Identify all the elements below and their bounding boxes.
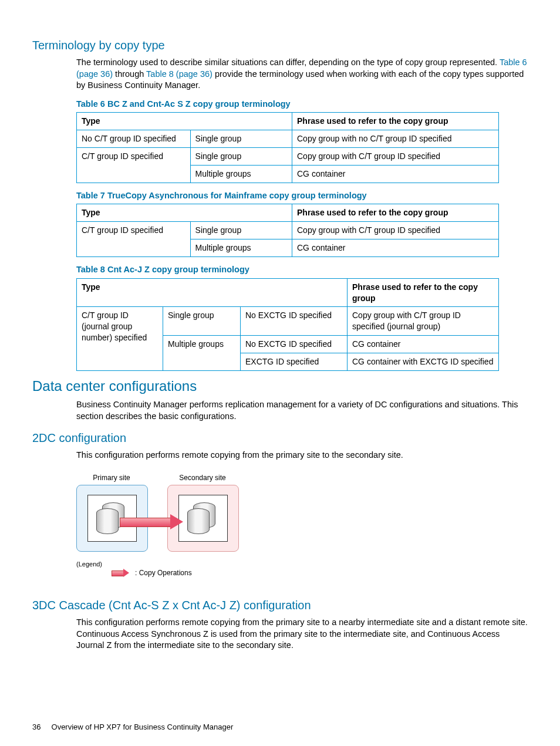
2dc-diagram: Primary site Secondary site (Legend) : C… [76,472,264,589]
legend-arrow-icon [112,569,129,577]
footer-title: Overview of HP XP7 for Business Continui… [52,723,234,731]
legend-copyops: : Copy Operations [135,568,192,578]
link-table8[interactable]: Table 8 (page 36) [146,69,212,79]
table6-r2c3: Copy group with C/T group ID specified [292,148,499,166]
table7-r1c2: Single group [190,222,292,239]
cylinder-icon [187,508,210,534]
intro-paragraph: The terminology used to describe similar… [76,57,528,92]
heading-terminology: Terminology by copy type [32,38,528,53]
table8-r3c3: EXCTG ID specified [241,353,348,371]
table8: Type Phrase used to refer to the copy gr… [76,278,499,371]
secondary-inner-box [178,495,228,542]
table6-r1c1: No C/T group ID specified [77,130,191,148]
table6-r2c2: Single group [190,148,292,166]
cylinder-icon [96,508,119,534]
intro-text-b: through [113,69,146,79]
table6-r3c2: Multiple groups [190,165,292,183]
intro-text-a: The terminology used to describe similar… [76,58,500,67]
table7-caption: Table 7 TrueCopy Asynchronous for Mainfr… [76,190,528,202]
table6-caption: Table 6 BC Z and Cnt-Ac S Z copy group t… [76,99,528,110]
table8-r3c4: CG container with EXCTG ID specified [348,353,499,371]
table8-r1c3: No EXCTG ID specified [241,307,348,336]
table8-r1c2: Single group [163,307,241,336]
page-number: 36 [32,723,41,731]
table7-r2c3: CG container [292,239,499,257]
datacenter-body: Business Continuity Manager performs rep… [76,399,528,422]
table8-r1c4: Copy group with C/T group ID specified (… [348,307,499,336]
table6: Type Phrase used to refer to the copy gr… [76,112,499,183]
legend-label: (Legend) [76,560,102,569]
table6-r2c1: C/T group ID specified [77,148,191,183]
table6-r1c2: Single group [190,130,292,148]
2dc-body: This configuration performs remote copyi… [76,450,528,461]
table8-r2c4: CG container [348,336,499,353]
table8-r2c2: Multiple groups [163,336,241,371]
primary-site-label: Primary site [76,473,147,482]
table8-r1c1: C/T group ID (journal group number) spec… [77,307,163,371]
table6-header-phrase: Phrase used to refer to the copy group [292,113,499,130]
table7-r1c3: Copy group with C/T group ID specified [292,222,499,239]
heading-datacenter: Data center configurations [32,377,528,396]
table7-r2c2: Multiple groups [190,239,292,257]
table7-header-phrase: Phrase used to refer to the copy group [292,204,499,222]
table8-r2c3: No EXCTG ID specified [241,336,348,353]
table6-header-type: Type [77,113,292,130]
heading-3dc: 3DC Cascade (Cnt Ac-S Z x Cnt Ac-J Z) co… [32,598,528,613]
table8-header-type: Type [77,278,348,307]
table8-caption: Table 8 Cnt Ac-J Z copy group terminolog… [76,264,528,276]
3dc-body: This configuration performs remote copyi… [76,617,528,652]
table7: Type Phrase used to refer to the copy gr… [76,204,499,257]
table7-header-type: Type [77,204,292,222]
secondary-site-label: Secondary site [167,473,238,482]
heading-2dc: 2DC configuration [32,430,528,446]
table8-header-phrase: Phrase used to refer to the copy group [348,278,499,307]
copy-arrow-icon [120,514,183,529]
table7-r1c1: C/T group ID specified [77,222,191,257]
table6-r3c3: CG container [292,165,499,183]
table6-r1c3: Copy group with no C/T group ID specifie… [292,130,499,148]
page-footer: 36 Overview of HP XP7 for Business Conti… [32,722,528,733]
